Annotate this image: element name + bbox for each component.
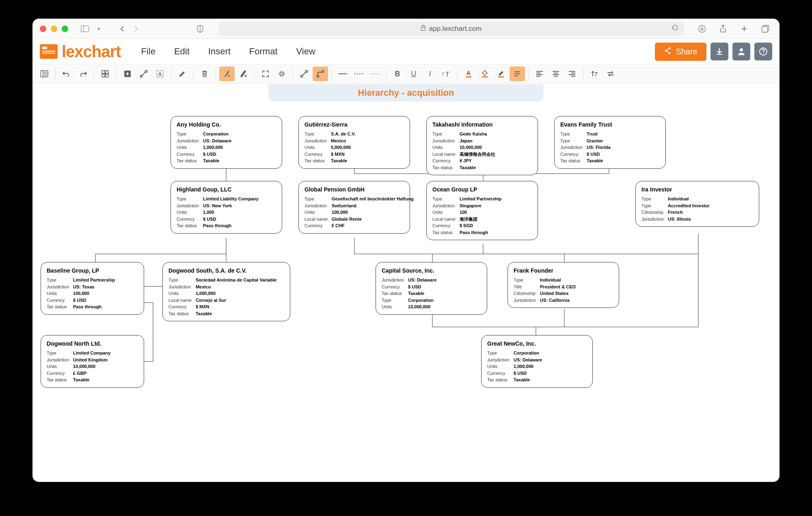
expand-button[interactable] (258, 67, 273, 81)
chevron-down-icon[interactable]: ▾ (94, 24, 103, 33)
new-tab-icon[interactable]: + (740, 24, 749, 33)
share-label: Share (676, 47, 698, 56)
edit-button[interactable] (175, 67, 190, 81)
collapse-button[interactable] (274, 67, 289, 81)
swap-button[interactable] (603, 67, 618, 81)
svg-rect-37 (482, 76, 488, 77)
add-node-button[interactable] (120, 67, 135, 81)
redo-button[interactable] (75, 67, 91, 81)
align-right-button[interactable] (564, 67, 580, 81)
svg-rect-17 (102, 71, 105, 73)
node-great-newco[interactable]: Great NewCo, Inc. TypeCorporationJurisdi… (481, 335, 593, 388)
solid-line-button[interactable] (335, 67, 350, 81)
node-frank-founder[interactable]: Frank Founder TypeIndividualTitlePreside… (508, 262, 619, 308)
node-ocean-group[interactable]: Ocean Group LP TypeLimited PartnershipJu… (426, 181, 538, 240)
node-ira-investor[interactable]: Ira Investor TypeIndividualTypeAccredite… (635, 181, 759, 227)
share-arrow-icon (664, 47, 672, 57)
sidebar-toggle-icon[interactable] (80, 24, 89, 33)
url-text: app.lexchart.com (429, 25, 482, 33)
download-icon[interactable] (698, 24, 706, 33)
menu-insert[interactable]: Insert (208, 46, 231, 57)
logo[interactable]: lexchart (40, 43, 121, 61)
share-icon[interactable] (719, 24, 728, 33)
forward-button[interactable] (132, 24, 140, 33)
elbow-connector-button[interactable] (313, 67, 328, 81)
dashed-line-button[interactable] (351, 67, 367, 81)
auto-layout-button[interactable] (219, 67, 235, 81)
node-takahashi[interactable]: Takahashi Information TypeGodo KaishaJur… (426, 116, 538, 175)
svg-rect-5 (762, 26, 768, 32)
border-color-button[interactable] (493, 67, 509, 81)
straight-connector-button[interactable] (296, 67, 312, 81)
text-size-button[interactable]: TT (438, 67, 454, 81)
highlight-button[interactable] (510, 67, 525, 81)
svg-rect-19 (102, 74, 105, 77)
close-window-button[interactable] (40, 26, 46, 32)
app-header: lexchart File Edit Insert Format View Sh… (32, 39, 780, 64)
back-button[interactable] (118, 24, 127, 33)
svg-point-9 (740, 48, 743, 52)
menu-edit[interactable]: Edit (174, 46, 190, 57)
svg-text:A: A (466, 70, 471, 76)
node-gutierrez-sierra[interactable]: Gutiérrez-Sierra TypeS.A. de C.V.Jurisdi… (298, 116, 410, 169)
node-capital-source[interactable]: Capital Source, Inc. JurisdictionUS: Del… (376, 262, 487, 315)
node-highland[interactable]: Highland Goup, LLC TypeLimited Liability… (171, 181, 282, 234)
text-box-button[interactable]: A (152, 67, 168, 81)
window-controls (40, 26, 68, 32)
sort-asc-button[interactable] (587, 67, 602, 81)
browser-titlebar: ▾ app.lexchart.com (32, 19, 780, 39)
align-left-button[interactable] (532, 67, 547, 81)
node-any-holding[interactable]: Any Holding Co. TypeCorporationJurisdict… (171, 116, 282, 169)
svg-point-22 (140, 75, 143, 77)
text-color-button[interactable]: A (461, 67, 476, 81)
grid-button[interactable] (97, 67, 113, 81)
account-button[interactable] (732, 43, 750, 60)
node-evans-trust[interactable]: Evans Family Trust TypeTrustTypeGrantorJ… (554, 116, 666, 169)
panel-toggle-button[interactable] (37, 67, 52, 81)
svg-point-23 (145, 71, 147, 73)
svg-rect-18 (106, 71, 108, 73)
maximize-window-button[interactable] (62, 26, 68, 32)
download-chart-button[interactable] (710, 43, 728, 60)
address-bar[interactable]: app.lexchart.com (218, 22, 684, 36)
magic-adjust-button[interactable] (235, 67, 251, 81)
undo-button[interactable] (59, 67, 74, 81)
logo-mark-icon (40, 44, 58, 59)
toolbar: A B U I TT A (32, 64, 780, 84)
svg-rect-0 (81, 26, 89, 32)
menu-bar: File Edit Insert Format View (141, 46, 315, 57)
align-center-button[interactable] (548, 67, 564, 81)
connector-button[interactable] (136, 67, 151, 81)
fill-color-button[interactable] (477, 67, 492, 81)
svg-text:T: T (445, 71, 449, 77)
svg-point-27 (306, 71, 308, 73)
svg-point-26 (301, 75, 303, 77)
node-dogwood-north[interactable]: Dogwood North Ltd. TypeLimited CompanyJu… (41, 335, 144, 388)
reload-icon[interactable] (672, 24, 679, 33)
help-button[interactable] (754, 43, 772, 60)
lock-icon (421, 25, 426, 33)
svg-rect-38 (498, 76, 504, 77)
svg-text:T: T (442, 72, 444, 77)
node-dogwood-south[interactable]: Dogwood South, S.A. de C.V. TypeSociedad… (162, 262, 290, 321)
shield-icon[interactable] (196, 24, 205, 33)
canvas[interactable]: Hierarchy - acquisition (32, 84, 780, 481)
underline-button[interactable]: U (406, 67, 421, 81)
share-button[interactable]: Share (655, 43, 706, 61)
svg-rect-36 (466, 76, 471, 77)
delete-button[interactable] (197, 67, 212, 81)
bold-button[interactable]: B (390, 67, 405, 81)
logo-text: lexchart (62, 43, 121, 61)
menu-file[interactable]: File (141, 46, 155, 57)
tabs-icon[interactable] (761, 24, 770, 33)
browser-window: ▾ app.lexchart.com (32, 19, 780, 482)
svg-point-28 (317, 75, 319, 77)
menu-format[interactable]: Format (249, 46, 278, 57)
dotted-line-button[interactable] (367, 67, 383, 81)
svg-rect-2 (421, 27, 425, 30)
italic-button[interactable]: I (422, 67, 438, 81)
node-global-pension[interactable]: Global Pension GmbH TypeGesellschaft mit… (298, 181, 410, 234)
menu-view[interactable]: View (296, 46, 315, 57)
minimize-window-button[interactable] (51, 26, 57, 32)
node-baseline[interactable]: Baseline Group, LP TypeLimited Partnersh… (41, 262, 144, 315)
